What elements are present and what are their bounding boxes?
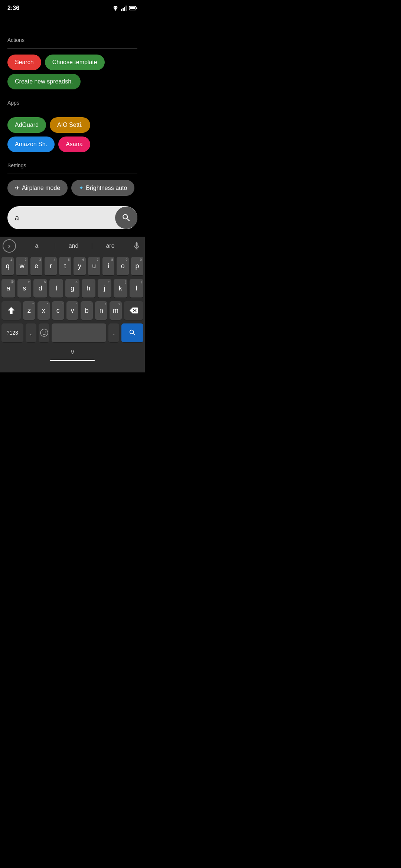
nav-pill bbox=[50, 360, 95, 361]
key-search[interactable] bbox=[121, 323, 143, 343]
key-w[interactable]: w2 bbox=[16, 257, 28, 276]
chip-amazon-sh[interactable]: Amazon Sh. bbox=[7, 137, 55, 152]
signal-icon bbox=[121, 6, 127, 11]
key-t[interactable]: t5 bbox=[59, 257, 71, 276]
key-i[interactable]: i8 bbox=[102, 257, 115, 276]
key-f[interactable]: f- bbox=[49, 279, 63, 298]
chip-search[interactable]: Search bbox=[7, 55, 41, 70]
key-n[interactable]: n! bbox=[95, 301, 107, 320]
key-q[interactable]: q1 bbox=[1, 257, 14, 276]
key-d[interactable]: d$ bbox=[33, 279, 47, 298]
svg-rect-8 bbox=[130, 7, 135, 9]
svg-rect-4 bbox=[124, 7, 125, 11]
key-comma[interactable]: , bbox=[26, 323, 36, 343]
apps-chips-row: AdGuard AIO Setti. Amazon Sh. Asana bbox=[7, 117, 137, 152]
wifi-icon bbox=[112, 6, 119, 11]
mic-icon[interactable] bbox=[128, 241, 145, 251]
chip-adguard[interactable]: AdGuard bbox=[7, 117, 46, 133]
key-row-2: a@ s# d$ f- g& h- j+ k( l) bbox=[1, 279, 143, 298]
settings-label: Settings bbox=[7, 162, 137, 168]
apps-divider bbox=[7, 111, 137, 111]
key-s[interactable]: s# bbox=[17, 279, 31, 298]
svg-rect-3 bbox=[123, 8, 124, 11]
search-bar bbox=[7, 206, 137, 229]
actions-label: Actions bbox=[7, 37, 137, 43]
svg-point-16 bbox=[45, 332, 46, 333]
key-shift[interactable] bbox=[1, 301, 21, 320]
key-k[interactable]: k( bbox=[114, 279, 127, 298]
key-l[interactable]: l) bbox=[130, 279, 143, 298]
key-g[interactable]: g& bbox=[65, 279, 79, 298]
status-bar: 2:36 bbox=[0, 0, 145, 15]
key-r[interactable]: r4 bbox=[45, 257, 57, 276]
main-content: Actions Search Choose template Create ne… bbox=[0, 15, 145, 237]
settings-divider bbox=[7, 174, 137, 174]
key-numeric[interactable]: ?123 bbox=[1, 323, 23, 343]
svg-point-14 bbox=[40, 329, 48, 336]
status-time: 2:36 bbox=[7, 5, 19, 11]
chip-asana[interactable]: Asana bbox=[58, 137, 90, 152]
suggestion-a[interactable]: a bbox=[19, 243, 55, 249]
key-b[interactable]: b; bbox=[81, 301, 93, 320]
key-y[interactable]: y6 bbox=[74, 257, 86, 276]
chip-choose-template[interactable]: Choose template bbox=[45, 55, 105, 70]
suggestions-arrow[interactable]: › bbox=[0, 237, 19, 255]
status-icons bbox=[112, 6, 137, 11]
key-u[interactable]: u7 bbox=[88, 257, 100, 276]
settings-chips-row: ✈ Airplane mode ✦ Brightness auto bbox=[7, 180, 137, 196]
key-emoji[interactable] bbox=[39, 323, 49, 343]
svg-rect-7 bbox=[136, 7, 137, 9]
battery-icon bbox=[129, 6, 137, 10]
svg-point-1 bbox=[115, 10, 116, 11]
key-delete[interactable] bbox=[124, 301, 143, 320]
search-icon bbox=[121, 213, 131, 223]
suggestions-row: › a and are bbox=[0, 237, 145, 255]
suggestion-are[interactable]: are bbox=[92, 243, 128, 249]
brightness-icon: ✦ bbox=[79, 184, 84, 191]
suggestion-and[interactable]: and bbox=[55, 243, 92, 249]
svg-rect-2 bbox=[121, 9, 122, 11]
chip-aio-settings[interactable]: AIO Setti. bbox=[50, 117, 90, 133]
svg-rect-9 bbox=[136, 242, 138, 247]
key-h[interactable]: h- bbox=[82, 279, 95, 298]
search-input[interactable] bbox=[15, 214, 115, 222]
key-period[interactable]: . bbox=[108, 323, 119, 343]
apps-label: Apps bbox=[7, 100, 137, 106]
keyboard-area: › a and are q1 w2 e3 r4 t5 y6 u7 i8 bbox=[0, 237, 145, 372]
search-button[interactable] bbox=[115, 207, 137, 229]
key-row-1: q1 w2 e3 r4 t5 y6 u7 i8 o9 p0 bbox=[1, 257, 143, 276]
chip-airplane-mode[interactable]: ✈ Airplane mode bbox=[7, 180, 68, 196]
airplane-icon: ✈ bbox=[15, 184, 20, 191]
key-j[interactable]: j+ bbox=[98, 279, 111, 298]
key-e[interactable]: e3 bbox=[30, 257, 43, 276]
chevron-down[interactable]: ∨ bbox=[0, 346, 145, 357]
bottom-bar bbox=[0, 357, 145, 365]
svg-rect-5 bbox=[125, 6, 127, 11]
key-v[interactable]: v: bbox=[66, 301, 79, 320]
key-row-4: ?123 , . bbox=[1, 323, 143, 343]
chip-brightness-auto[interactable]: ✦ Brightness auto bbox=[71, 180, 134, 196]
key-a[interactable]: a@ bbox=[1, 279, 15, 298]
key-x[interactable]: x" bbox=[38, 301, 50, 320]
keyboard-keys: q1 w2 e3 r4 t5 y6 u7 i8 o9 p0 a@ s# d$ f… bbox=[0, 255, 145, 343]
chip-create-spreadsheet[interactable]: Create new spreadsh. bbox=[7, 74, 81, 89]
actions-divider bbox=[7, 48, 137, 49]
key-z[interactable]: z* bbox=[23, 301, 35, 320]
key-m[interactable]: m? bbox=[110, 301, 122, 320]
key-c[interactable]: c' bbox=[52, 301, 64, 320]
key-row-3: z* x" c' v: b; n! m? bbox=[1, 301, 143, 320]
key-p[interactable]: p0 bbox=[131, 257, 143, 276]
svg-point-15 bbox=[42, 332, 43, 333]
key-o[interactable]: o9 bbox=[117, 257, 129, 276]
actions-chips-row: Search Choose template Create new spread… bbox=[7, 55, 137, 89]
suggestions-words: a and are bbox=[19, 243, 128, 249]
arrow-circle: › bbox=[3, 239, 16, 253]
key-space[interactable] bbox=[52, 323, 106, 343]
